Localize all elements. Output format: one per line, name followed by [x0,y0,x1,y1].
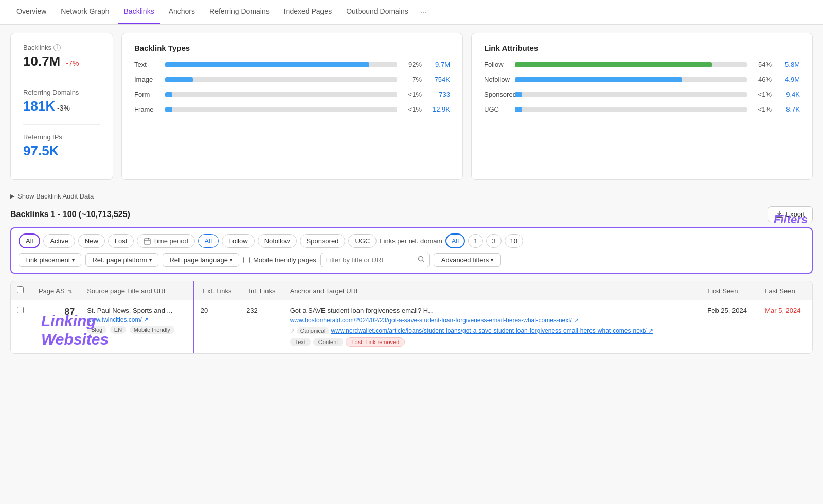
filter-link-ugc[interactable]: UGC [348,234,377,248]
col-page-as: Page AS ⇅ [30,281,81,300]
table-header-row: Page AS ⇅ Source page Title and URL Ext.… [11,281,812,300]
chevron-right-icon: ▶ [10,193,14,200]
ref-page-language-dropdown[interactable]: Ref. page language ▾ [163,253,239,267]
col-int-links: Int. Links [240,281,284,300]
filter-link-sponsored[interactable]: Sponsored [300,234,346,248]
svg-rect-3 [146,238,146,239]
col-first-seen: First Seen [701,281,759,300]
cell-ext-links: 20 [194,300,240,353]
tag-mobile-friendly: Mobile friendly [130,326,174,334]
link-attributes-title: Link Attributes [484,44,800,52]
row-checkbox[interactable] [17,307,24,313]
bar-fill-image [165,77,193,82]
bar-fill-text [165,62,369,67]
backlinks-label: Backlinks i [23,44,100,51]
col-ext-links: Ext. Links [194,281,240,300]
filter-link-follow[interactable]: Follow [222,234,255,248]
nav-referring-domains[interactable]: Referring Domains [203,0,276,24]
chevron-down-icon: ▾ [149,257,152,263]
cell-source-page: St. Paul News, Sports and ... www.twinci… [81,300,194,353]
cell-first-seen: Feb 25, 2024 [701,300,759,353]
filter-links-per-10[interactable]: 10 [505,234,523,248]
cell-checkbox [11,300,30,353]
referring-ips-label: Referring IPs [23,133,100,141]
bar-track-nofollow [515,77,747,82]
filter-links-per-3[interactable]: 3 [486,234,501,248]
cell-last-seen: Mar 5, 2024 [759,300,812,353]
bar-fill-follow [515,62,712,67]
mobile-friendly-checkbox[interactable] [243,257,250,263]
svg-point-5 [418,257,423,261]
backlink-types-card: Backlink Types Text 92% 9.7M Image 7% [121,33,463,180]
canonical-url-link[interactable]: www.nerdwallet.com/article/loans/student… [331,327,653,334]
referring-domains-value: 181K -3% [23,98,100,114]
filter-btn-lost[interactable]: Lost [108,234,134,248]
bar-track-frame [165,107,397,112]
chevron-down-icon: ▾ [230,257,232,263]
backlink-types-rows: Text 92% 9.7M Image 7% 754K Form [134,61,450,113]
url-filter-input[interactable] [321,254,414,266]
nav-anchors[interactable]: Anchors [163,0,201,24]
filter-link-nofollow[interactable]: Nofollow [258,234,297,248]
sort-icon-page-as[interactable]: ⇅ [68,289,72,294]
svg-rect-2 [144,239,150,244]
cell-int-links: 232 [240,300,284,353]
bar-row-text: Text 92% 9.7M [134,61,450,68]
referring-domains-change: -3% [57,104,70,112]
canonical-arrow-icon: ↗ [290,328,295,334]
select-all-checkbox[interactable] [17,286,24,293]
section-count: 1 - 100 (~10,713,525) [51,210,130,219]
filter-btn-new[interactable]: New [78,234,105,248]
filters-row-1: All Active New Lost Time period All Foll… [19,233,804,248]
ref-page-platform-dropdown[interactable]: Ref. page platform ▾ [85,253,158,267]
filters-label: Filters [774,213,808,226]
bar-track-ugc [515,107,747,112]
time-period-button[interactable]: Time period [137,234,194,248]
referring-ips-stat: Referring IPs 97.5K [23,133,100,159]
nav-indexed-pages[interactable]: Indexed Pages [278,0,338,24]
search-icon [414,253,429,267]
top-navigation: Overview Network Graph Backlinks Anchors… [0,0,823,25]
source-tags: Blog EN Mobile friendly [87,323,187,334]
canonical-row: ↗ Canonical www.nerdwallet.com/article/l… [290,327,695,334]
filter-links-per-1[interactable]: 1 [468,234,483,248]
calendar-icon [144,238,151,245]
badge-text: Text [290,338,311,346]
link-attributes-card: Link Attributes Follow 54% 5.8M Nofollow… [471,33,813,180]
nav-more[interactable]: ··· [417,1,431,24]
bar-row-form: Form <1% 733 [134,91,450,98]
bar-row-nofollow: Nofollow 46% 4.9M [484,76,800,83]
cell-anchor-target: Got a SAVE student loan forgiveness emai… [284,300,702,353]
nav-overview[interactable]: Overview [10,0,52,24]
cell-page-as: 87 [30,300,81,353]
filter-links-per-all[interactable]: All [445,233,465,248]
mobile-friendly-checkbox-label[interactable]: Mobile friendly pages [243,256,316,264]
audit-label: Show Backlink Audit Data [17,192,94,200]
stats-row: Backlinks i 10.7M -7% Referring Domains … [10,33,813,180]
nav-outbound-domains[interactable]: Outbound Domains [340,0,415,24]
chevron-down-icon: ▾ [72,257,75,263]
col-last-seen: Last Seen [759,281,812,300]
section-title: Backlinks [10,210,49,219]
badge-row: Text Content Lost: Link removed [290,337,695,347]
advanced-filters-button[interactable]: Advanced filters ▾ [434,253,502,267]
filter-btn-all[interactable]: All [19,233,40,248]
filter-link-all[interactable]: All [198,234,219,248]
nav-network-graph[interactable]: Network Graph [55,0,115,24]
backlinks-info-icon[interactable]: i [53,44,61,51]
filter-btn-active[interactable]: Active [43,234,75,248]
backlinks-value: 10.7M -7% [23,53,100,69]
bar-fill-frame [165,107,172,112]
anchor-url-link[interactable]: www.bostonherald.com/2024/02/23/got-a-sa… [290,317,579,324]
bar-row-follow: Follow 54% 5.8M [484,61,800,68]
url-filter-input-wrapper [320,253,430,267]
backlink-audit-toggle[interactable]: ▶ Show Backlink Audit Data [10,188,813,206]
backlink-types-title: Backlink Types [134,44,450,52]
links-per-label: Links per ref. domain [380,237,442,245]
section-title-area: Backlinks 1 - 100 (~10,713,525) [10,210,130,219]
link-placement-dropdown[interactable]: Link placement ▾ [19,253,81,267]
backlinks-change: -7% [66,59,79,67]
source-title: St. Paul News, Sports and ... [87,307,187,314]
source-url-link[interactable]: www.twincities.com/ ↗ [87,316,149,323]
nav-backlinks[interactable]: Backlinks [118,0,160,24]
